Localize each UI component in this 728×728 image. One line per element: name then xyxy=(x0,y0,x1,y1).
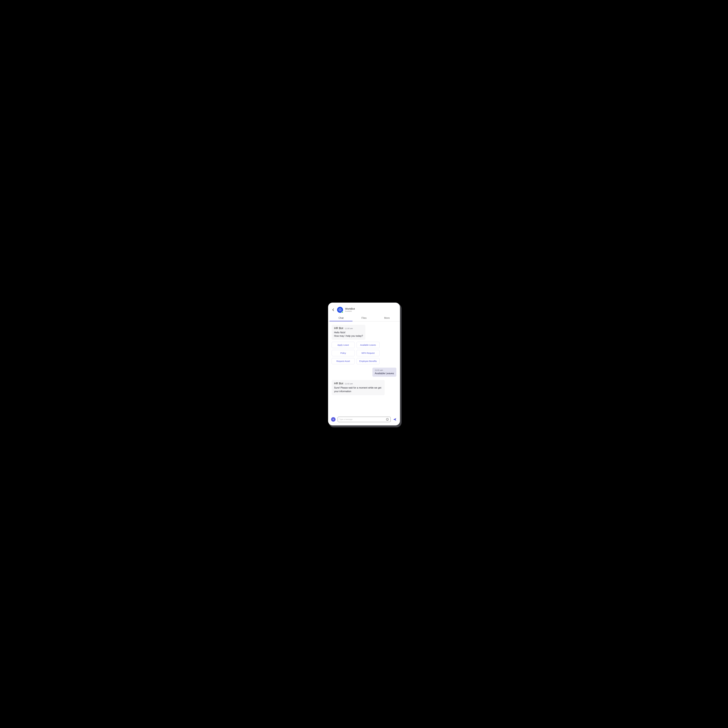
quick-reply-request-asset[interactable]: Request Asset xyxy=(332,358,355,364)
message-time: 11:01 am xyxy=(375,369,394,371)
quick-reply-grid: Apply Leave Available Leaves Policy WFH … xyxy=(332,342,379,364)
bot-title: WorkBot xyxy=(345,307,355,310)
bot-message: HR Bot 11:02 am Sure! Please wait for a … xyxy=(332,380,385,395)
bot-status: Available xyxy=(345,310,355,312)
back-button[interactable] xyxy=(332,308,335,312)
quick-reply-wfh-request[interactable]: WFH Request xyxy=(356,350,379,356)
message-time: 11:00 am xyxy=(345,327,353,330)
message-input[interactable] xyxy=(339,418,386,421)
tab-more[interactable]: More xyxy=(376,315,398,321)
message-sender: HR Bot xyxy=(334,382,343,385)
tab-files[interactable]: Files xyxy=(352,315,375,321)
message-body: Available Leaves xyxy=(375,372,394,375)
tab-bar: Chat Files More xyxy=(328,315,400,321)
bot-message: HR Bot 11:00 am Hello Nick! How may I he… xyxy=(332,325,366,340)
quick-reply-policy[interactable]: Policy xyxy=(332,350,355,356)
message-time: 11:02 am xyxy=(345,382,353,385)
message-input-wrap[interactable] xyxy=(338,417,391,422)
bot-avatar[interactable] xyxy=(337,307,343,313)
tab-chat[interactable]: Chat xyxy=(330,315,352,321)
user-message: 11:01 am Available Leaves xyxy=(372,368,396,377)
svg-point-5 xyxy=(386,418,388,421)
header-text: WorkBot Available xyxy=(345,307,355,312)
message-body: Hello Nick! How may I help you today? xyxy=(334,331,363,338)
composer xyxy=(328,414,400,425)
chat-scroll[interactable]: HR Bot 11:00 am Hello Nick! How may I he… xyxy=(328,321,400,414)
message-body: Sure! Please wait for a moment while we … xyxy=(334,386,382,393)
svg-point-2 xyxy=(340,309,341,310)
add-button[interactable] xyxy=(331,417,336,422)
emoji-icon[interactable] xyxy=(386,418,389,421)
quick-reply-available-leaves[interactable]: Available Leaves xyxy=(356,342,379,348)
presence-dot-icon xyxy=(341,311,343,313)
svg-point-1 xyxy=(339,309,341,311)
quick-reply-apply-leave[interactable]: Apply Leave xyxy=(332,342,355,348)
quick-reply-employee-benefits[interactable]: Employee Benefits xyxy=(356,358,379,364)
header: WorkBot Available xyxy=(328,303,400,315)
chat-window: WorkBot Available Chat Files More HR Bot… xyxy=(328,303,400,425)
send-button[interactable] xyxy=(393,417,397,422)
message-sender: HR Bot xyxy=(334,327,343,330)
